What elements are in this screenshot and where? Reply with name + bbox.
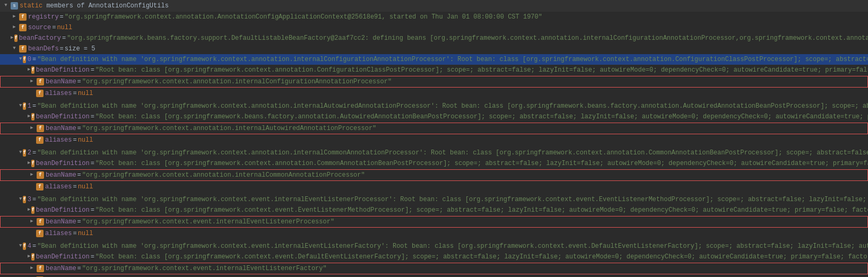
toggle-item3-beanDef[interactable]	[28, 206, 30, 214]
value-beanFactory: "org.springframework.beans.factory.suppo…	[67, 33, 868, 43]
row-item0-beanName: f beanName = "org.springframework.contex…	[0, 76, 868, 88]
bean-icon-item4: f	[23, 243, 25, 250]
field-item1-beanDef: beanDefinition	[36, 112, 90, 122]
field-item1-aliases: aliases	[45, 135, 72, 145]
row-item3-aliases: f aliases = null	[0, 228, 868, 239]
bean-icon-item4-beanName: f	[37, 265, 44, 272]
row-item1: f 1 = "Bean definition with name 'org.sp…	[0, 101, 868, 111]
value-item4-beanDef: "Root bean: class [org.springframework.c…	[96, 252, 868, 262]
row-registry: f registry = "org.springframework.contex…	[0, 12, 868, 22]
value-item1: "Bean definition with name 'org.springfr…	[37, 101, 868, 111]
bean-icon-item1-aliases: f	[36, 136, 44, 144]
row-beanDefs: f beanDefs = size = 5	[0, 44, 868, 54]
field-item0-beanName: beanName	[46, 77, 76, 86]
field-item1: 1	[28, 101, 31, 111]
toggle-beanFactory[interactable]	[11, 34, 13, 42]
bean-icon-item3: f	[23, 196, 25, 203]
row-item3-beanName: f beanName = "org.springframework.contex…	[0, 216, 868, 228]
value-item0-aliases: null	[78, 89, 93, 98]
field-item4: 4	[28, 241, 31, 251]
value-item4: "Bean definition with name 'org.springfr…	[37, 241, 868, 251]
field-item0-beanDef: beanDefinition	[36, 65, 90, 75]
toggle-item2[interactable]	[19, 149, 22, 157]
field-item3-aliases: aliases	[45, 229, 72, 238]
field-beanFactory: beanFactory	[19, 33, 61, 43]
bean-icon-item0-aliases: f	[36, 90, 44, 97]
bean-icon-beanDefs: f	[19, 45, 27, 53]
field-item2-beanName: beanName	[46, 170, 76, 180]
field-registry: registry	[28, 12, 59, 22]
field-item2: 2	[28, 148, 31, 158]
row-item1-beanDef: f beanDefinition = "Root bean: class [or…	[0, 111, 868, 122]
toggle-item0-beanName[interactable]	[28, 78, 36, 85]
bean-icon-item2: f	[23, 149, 25, 157]
field-item3-beanDef: beanDefinition	[36, 205, 90, 215]
value-item1-beanDef: "Root bean: class [org.springframework.b…	[96, 112, 868, 122]
value-item0-beanName: "org.springframework.context.annotation.…	[82, 77, 392, 86]
value-item1-aliases: null	[78, 135, 93, 145]
field-item2-beanDef: beanDefinition	[36, 159, 90, 168]
row-item2: f 2 = "Bean definition with name 'org.sp…	[0, 148, 868, 158]
bean-icon-beanFactory: f	[14, 34, 17, 42]
field-item0-aliases: aliases	[45, 89, 72, 98]
row-item4-beanName: f beanName = "org.springframework.contex…	[0, 263, 868, 274]
toggle-item1[interactable]	[19, 102, 22, 110]
toggle-item0[interactable]	[19, 56, 22, 63]
bean-icon-item1-beanDef: f	[31, 113, 34, 120]
bean-icon-item3-aliases: f	[36, 230, 44, 237]
field-beanDefs: beanDefs	[28, 44, 59, 54]
field-item3: 3	[28, 195, 31, 204]
row-item4-aliases: f aliases = null	[0, 275, 868, 277]
value-item3-beanName: "org.springframework.context.event.inter…	[82, 217, 334, 227]
toggle-item1-beanName[interactable]	[28, 125, 36, 132]
static-icon: s	[11, 2, 18, 10]
toggle-registry[interactable]	[11, 13, 18, 21]
row-item0-beanDef: f beanDefinition = "Root bean: class [or…	[0, 65, 868, 75]
toggle-item2-beanDef[interactable]	[28, 160, 30, 167]
row-item0[interactable]: f 0 = "Bean definition with name 'org.sp…	[0, 54, 868, 65]
toggle-beanDefs[interactable]	[11, 45, 18, 53]
bean-icon-item2-beanName: f	[37, 171, 44, 179]
bean-icon-item0-beanName: f	[37, 78, 44, 85]
bean-icon-item2-aliases: f	[36, 183, 44, 191]
header-label: static members of AnnotationConfigUtils	[20, 1, 169, 11]
bean-icon-item3-beanName: f	[37, 218, 44, 226]
bean-icon-item1: f	[23, 102, 25, 110]
row-item3: f 3 = "Bean definition with name 'org.sp…	[0, 194, 868, 205]
bean-icon-item0-beanDef: f	[31, 66, 34, 74]
field-item2-aliases: aliases	[45, 182, 72, 192]
toggle-item4[interactable]	[19, 243, 22, 250]
toggle-item3-beanName[interactable]	[28, 218, 36, 226]
bean-icon-item4-beanDef: f	[31, 253, 34, 261]
bean-icon-item0: f	[23, 56, 25, 63]
row-item4: f 4 = "Bean definition with name 'org.sp…	[0, 241, 868, 252]
value-item4-beanName: "org.springframework.context.event.inter…	[82, 264, 327, 273]
row-item2-beanDef: f beanDefinition = "Root bean: class [or…	[0, 158, 868, 169]
toggle-item0-beanDef[interactable]	[28, 66, 30, 74]
value-item3-beanDef: "Root bean: class [org.springframework.c…	[96, 205, 868, 215]
bean-icon-item2-beanDef: f	[31, 160, 34, 167]
row-item2-aliases: f aliases = null	[0, 181, 868, 192]
row-item3-beanDef: f beanDefinition = "Root bean: class [or…	[0, 205, 868, 215]
value-item2-aliases: null	[78, 182, 93, 192]
bean-icon-registry: f	[19, 13, 27, 21]
value-item2-beanDef: "Root bean: class [org.springframework.c…	[96, 159, 868, 168]
value-item3-aliases: null	[78, 229, 93, 238]
toggle-item4-beanDef[interactable]	[28, 253, 30, 261]
row-item2-beanName: f beanName = "org.springframework.contex…	[0, 169, 868, 181]
toggle-static-members[interactable]	[2, 2, 10, 10]
toggle-item1-beanDef[interactable]	[28, 113, 30, 120]
debugger-panel: s static members of AnnotationConfigUtil…	[0, 0, 868, 277]
toggle-item3[interactable]	[19, 196, 22, 203]
toggle-source[interactable]	[11, 24, 18, 31]
row-item4-beanDef: f beanDefinition = "Root bean: class [or…	[0, 252, 868, 262]
field-item4-beanName: beanName	[46, 264, 76, 273]
toggle-item4-beanName[interactable]	[28, 265, 36, 272]
toggle-item2-beanName[interactable]	[28, 171, 36, 179]
value-item2: "Bean definition with name 'org.springfr…	[37, 148, 868, 158]
value-item1-beanName: "org.springframework.context.annotation.…	[82, 124, 377, 133]
value-item0-beanDef: "Root bean: class [org.springframework.c…	[96, 65, 868, 75]
row-item0-aliases: f aliases = null	[0, 88, 868, 99]
field-item0: 0	[28, 55, 31, 64]
bean-icon-source: f	[19, 24, 27, 31]
